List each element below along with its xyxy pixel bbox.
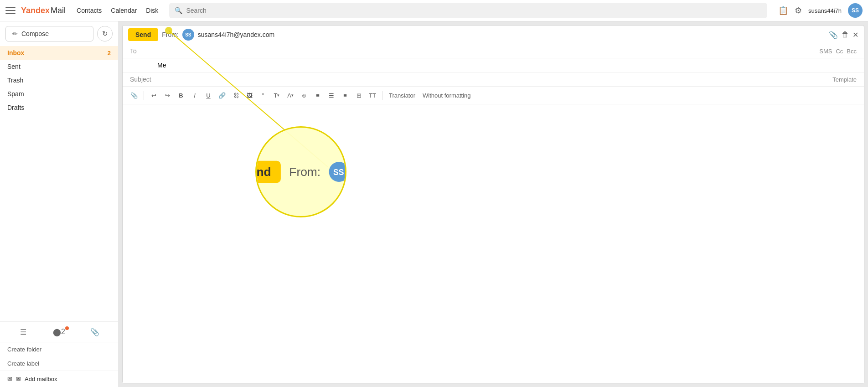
sidebar-item-drafts[interactable]: Drafts <box>0 101 118 114</box>
undo-btn[interactable]: ↩ <box>148 89 160 101</box>
image-btn[interactable]: 🖼 <box>243 89 255 101</box>
inbox-label: Inbox <box>7 49 108 57</box>
sidebar-labels-btn[interactable]: ⬤ 2 <box>41 325 77 339</box>
search-icon: 🔍 <box>175 7 182 14</box>
zoom-send-btn: Send <box>255 161 281 183</box>
me-field: Me <box>123 58 864 72</box>
sent-label: Sent <box>7 63 111 70</box>
zoom-from-label: From: <box>289 165 320 179</box>
pencil-icon: ✏ <box>12 30 18 37</box>
sidebar-item-spam[interactable]: Spam <box>0 87 118 101</box>
settings-icon[interactable]: ⚙ <box>795 5 802 15</box>
attach-toolbar-btn[interactable]: 📎 <box>128 89 140 101</box>
mail-icon-2: ✉ <box>16 376 21 382</box>
compose-body[interactable] <box>123 104 864 383</box>
underline-btn[interactable]: U <box>202 89 214 101</box>
sidebar-nav: Inbox 2 Sent Trash Spam Drafts <box>0 46 118 321</box>
translator-btn[interactable]: Translator <box>386 91 418 100</box>
without-formatting-btn[interactable]: Without formatting <box>420 91 474 100</box>
nav-calendar[interactable]: Calendar <box>111 7 137 14</box>
logo: Yandex Mail <box>21 6 66 15</box>
sms-btn[interactable]: SMS <box>819 48 832 55</box>
font-size-btn[interactable]: T▾ <box>271 89 283 101</box>
zoom-circle: Send From: SS Su <box>255 126 346 217</box>
to-actions: SMS Cc Bcc <box>819 48 857 55</box>
from-email: susans44i7h@yandex.com <box>198 31 825 38</box>
quote-btn[interactable]: " <box>257 89 269 101</box>
to-field: To SMS Cc Bcc <box>123 44 864 58</box>
sidebar-item-inbox[interactable]: Inbox 2 <box>0 46 118 60</box>
hamburger-menu[interactable] <box>5 7 16 14</box>
cc-btn[interactable]: Cc <box>836 48 843 55</box>
redo-btn[interactable]: ↪ <box>161 89 173 101</box>
logo-yandex: Yandex <box>21 6 50 15</box>
topnav: Yandex Mail Contacts Calendar Disk 🔍 📋 ⚙… <box>0 0 868 21</box>
badge-count: 2 <box>61 328 65 336</box>
refresh-icon: ↻ <box>102 30 108 38</box>
link-btn[interactable]: 🔗 <box>216 89 228 101</box>
send-button[interactable]: Send <box>128 28 158 41</box>
close-header-icon[interactable]: ✕ <box>852 31 858 39</box>
nav-disk[interactable]: Disk <box>146 7 158 14</box>
subject-input[interactable] <box>157 76 832 83</box>
compose-header-actions: 📎 🗑 ✕ <box>829 31 858 39</box>
create-label-link[interactable]: Create label <box>0 356 118 371</box>
notifications-icon[interactable]: 📋 <box>778 5 788 15</box>
attach-header-icon[interactable]: 📎 <box>829 31 838 39</box>
gmail-icon: ✉ <box>7 376 12 382</box>
from-label: From: <box>162 31 179 38</box>
attach-icon: 📎 <box>90 328 99 336</box>
emoji-btn[interactable]: ☺ <box>298 89 310 101</box>
spam-label: Spam <box>7 90 111 98</box>
add-mailbox-label: Add mailbox <box>25 376 57 382</box>
sidebar-attach-btn[interactable]: 📎 <box>77 325 113 339</box>
delete-header-icon[interactable]: 🗑 <box>842 31 849 39</box>
sidebar-actions: ☰ ⬤ 2 📎 <box>0 321 118 342</box>
unlink-btn[interactable]: ⛓ <box>230 89 242 101</box>
template-btn[interactable]: Template <box>832 76 857 83</box>
compose-button[interactable]: ✏ Compose <box>5 26 93 41</box>
username: susans44i7h <box>808 7 842 14</box>
toolbar-sep-1 <box>144 91 144 100</box>
compose-label: Compose <box>21 30 49 37</box>
logo-mail: Mail <box>51 6 66 15</box>
topnav-links: Contacts Calendar Disk <box>77 7 158 14</box>
search-input[interactable] <box>186 7 762 14</box>
subject-actions: Template <box>832 76 857 83</box>
from-avatar[interactable]: SS <box>182 29 194 41</box>
compose-area: ✏ Compose ↻ <box>0 21 118 46</box>
bcc-btn[interactable]: Bcc <box>847 48 857 55</box>
badge-dot <box>65 326 69 330</box>
sidebar-item-trash[interactable]: Trash <box>0 73 118 87</box>
drafts-label: Drafts <box>7 104 111 111</box>
subject-field: Subject Template <box>123 72 864 87</box>
create-folder-link[interactable]: Create folder <box>0 342 118 356</box>
nav-contacts[interactable]: Contacts <box>77 7 102 14</box>
compose-window: Send From: SS susans44i7h@yandex.com 📎 🗑… <box>119 21 868 387</box>
bold-btn[interactable]: B <box>175 89 187 101</box>
compose-header: Send From: SS susans44i7h@yandex.com 📎 🗑… <box>123 26 864 44</box>
subject-label: Subject <box>130 76 157 83</box>
labels-icon: ⬤ <box>53 328 61 336</box>
font-color-btn[interactable]: A▾ <box>284 89 296 101</box>
topnav-right: 📋 ⚙ susans44i7h SS <box>778 3 863 18</box>
compose-toolbar: 📎 ↩ ↪ B I U 🔗 ⛓ 🖼 " T▾ A▾ ☺ ≡ ☰ ≡ ⊞ TT <box>123 87 864 104</box>
to-label: To <box>130 47 157 55</box>
sidebar-item-sent[interactable]: Sent <box>0 60 118 73</box>
sidebar-folders-btn[interactable]: ☰ <box>5 325 41 339</box>
trash-label: Trash <box>7 77 111 84</box>
add-mailbox-btn[interactable]: ✉ ✉ Add mailbox <box>0 371 118 387</box>
unordered-list-btn[interactable]: ☰ <box>326 89 337 101</box>
italic-btn[interactable]: I <box>189 89 201 101</box>
refresh-button[interactable]: ↻ <box>97 26 113 41</box>
inbox-badge: 2 <box>108 50 111 57</box>
ordered-list-btn[interactable]: ≡ <box>312 89 324 101</box>
user-avatar[interactable]: SS <box>848 3 863 18</box>
to-input[interactable] <box>157 47 819 55</box>
toolbar-sep-2 <box>382 91 382 100</box>
more-btn[interactable]: ⊞ <box>353 89 365 101</box>
me-value: Me <box>157 62 166 69</box>
tt-btn[interactable]: TT <box>367 89 378 101</box>
align-btn[interactable]: ≡ <box>339 89 351 101</box>
search-bar[interactable]: 🔍 <box>169 3 767 18</box>
